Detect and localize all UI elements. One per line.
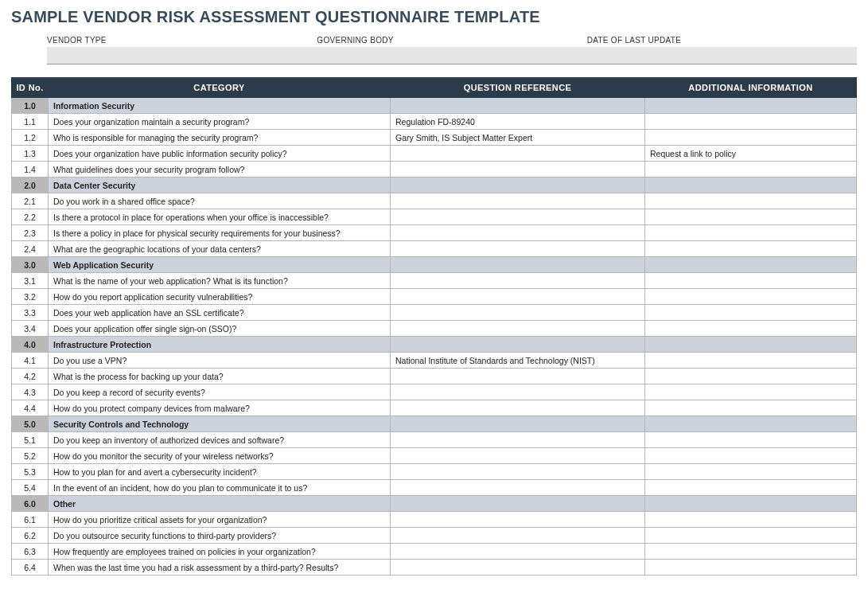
question-row: 5.2How do you monitor the security of yo…	[12, 448, 857, 464]
question-text: What is the process for backing up your …	[49, 369, 391, 384]
question-row: 4.4How do you protect company devices fr…	[12, 400, 857, 416]
section-row: 2.0Data Center Security	[12, 178, 857, 193]
question-additional	[645, 305, 857, 321]
question-id: 2.1	[12, 193, 49, 209]
question-id: 1.2	[12, 130, 49, 146]
section-ref-blank	[391, 337, 645, 353]
question-text: In the event of an incident, how do you …	[49, 480, 391, 496]
section-name: Web Application Security	[49, 257, 391, 273]
question-text: Who is responsible for managing the secu…	[49, 130, 391, 146]
question-id: 6.2	[12, 528, 49, 544]
question-row: 1.1Does your organization maintain a sec…	[12, 114, 857, 130]
question-row: 2.2Is there a protocol in place for oper…	[12, 209, 857, 225]
question-id: 6.4	[12, 560, 49, 576]
question-additional	[645, 560, 857, 576]
question-additional	[645, 241, 857, 257]
section-row: 5.0Security Controls and Technology	[12, 416, 857, 432]
question-row: 1.3Does your organization have public in…	[12, 146, 857, 162]
question-row: 5.4In the event of an incident, how do y…	[12, 480, 857, 496]
section-add-blank	[645, 416, 857, 432]
question-row: 4.3Do you keep a record of security even…	[12, 384, 857, 400]
question-reference	[391, 512, 645, 528]
question-reference	[391, 209, 645, 225]
question-reference	[391, 432, 645, 448]
question-id: 5.1	[12, 432, 49, 448]
question-row: 5.3How to you plan for and avert a cyber…	[12, 464, 857, 480]
section-id: 2.0	[12, 178, 49, 193]
question-id: 5.3	[12, 464, 49, 480]
question-additional	[645, 273, 857, 289]
question-text: How do you report application security v…	[49, 289, 391, 305]
question-id: 6.1	[12, 512, 49, 528]
section-ref-blank	[391, 257, 645, 273]
question-additional	[645, 162, 857, 178]
question-text: Do you keep an inventory of authorized d…	[49, 432, 391, 448]
section-row: 4.0Infrastructure Protection	[12, 337, 857, 353]
question-id: 3.2	[12, 289, 49, 305]
question-reference	[391, 480, 645, 496]
question-id: 3.1	[12, 273, 49, 289]
header-additional: ADDITIONAL INFORMATION	[645, 78, 857, 98]
question-text: Do you outsource security functions to t…	[49, 528, 391, 544]
section-id: 6.0	[12, 496, 49, 512]
question-text: Is there a policy in place for physical …	[49, 225, 391, 241]
question-additional	[645, 512, 857, 528]
question-text: What are the geographic locations of you…	[49, 241, 391, 257]
vendor-type-field: VENDOR TYPE	[47, 34, 317, 64]
section-name: Data Center Security	[49, 178, 391, 193]
question-additional: Request a link to policy	[645, 146, 857, 162]
question-reference	[391, 528, 645, 544]
question-row: 1.4What guidelines does your security pr…	[12, 162, 857, 178]
question-text: Is there a protocol in place for operati…	[49, 209, 391, 225]
question-text: Does your web application have an SSL ce…	[49, 305, 391, 321]
question-reference	[391, 400, 645, 416]
question-row: 3.3Does your web application have an SSL…	[12, 305, 857, 321]
question-reference: National Institute of Standards and Tech…	[391, 353, 645, 369]
question-row: 2.1Do you work in a shared office space?	[12, 193, 857, 209]
question-additional	[645, 400, 857, 416]
question-id: 2.4	[12, 241, 49, 257]
question-row: 3.2How do you report application securit…	[12, 289, 857, 305]
question-id: 2.2	[12, 209, 49, 225]
question-id: 5.4	[12, 480, 49, 496]
question-reference	[391, 448, 645, 464]
question-row: 6.1How do you prioritize critical assets…	[12, 512, 857, 528]
question-text: Do you use a VPN?	[49, 353, 391, 369]
section-row: 3.0Web Application Security	[12, 257, 857, 273]
question-additional	[645, 384, 857, 400]
question-id: 6.3	[12, 544, 49, 560]
question-reference	[391, 321, 645, 337]
question-additional	[645, 544, 857, 560]
section-name: Information Security	[49, 98, 391, 114]
question-text: Does your organization have public infor…	[49, 146, 391, 162]
governing-body-label: GOVERNING BODY	[317, 34, 586, 47]
question-reference	[391, 289, 645, 305]
question-row: 6.3How frequently are employees trained …	[12, 544, 857, 560]
question-reference	[391, 241, 645, 257]
question-additional	[645, 464, 857, 480]
vendor-type-input[interactable]	[47, 47, 317, 64]
question-additional	[645, 130, 857, 146]
question-additional	[645, 432, 857, 448]
question-additional	[645, 369, 857, 384]
question-text: What is the name of your web application…	[49, 273, 391, 289]
question-reference: Regulation FD-89240	[391, 114, 645, 130]
question-text: How do you prioritize critical assets fo…	[49, 512, 391, 528]
date-last-update-input[interactable]	[587, 47, 857, 64]
question-reference	[391, 384, 645, 400]
question-reference	[391, 544, 645, 560]
date-last-update-field: DATE OF LAST UPDATE	[587, 34, 857, 64]
question-row: 3.4Does your application offer single si…	[12, 321, 857, 337]
section-ref-blank	[391, 416, 645, 432]
section-ref-blank	[391, 178, 645, 193]
question-additional	[645, 321, 857, 337]
meta-fields: VENDOR TYPE GOVERNING BODY DATE OF LAST …	[47, 34, 857, 64]
question-row: 2.3Is there a policy in place for physic…	[12, 225, 857, 241]
question-text: When was the last time you had a risk as…	[49, 560, 391, 576]
section-name: Security Controls and Technology	[49, 416, 391, 432]
header-category: CATEGORY	[49, 78, 391, 98]
question-reference	[391, 464, 645, 480]
governing-body-input[interactable]	[317, 47, 586, 64]
page-title: SAMPLE VENDOR RISK ASSESSMENT QUESTIONNA…	[11, 8, 857, 26]
section-name: Other	[49, 496, 391, 512]
